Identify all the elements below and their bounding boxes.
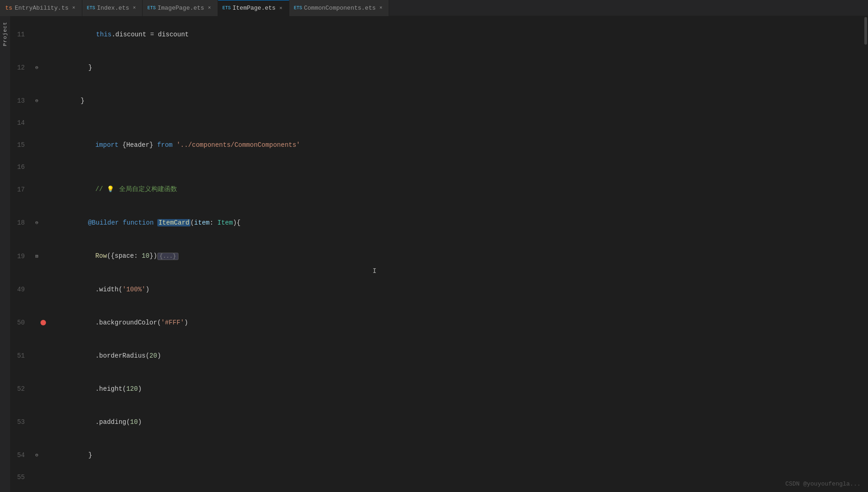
code-content: } [48, 51, 868, 84]
code-line-53: 53 .padding(10) [10, 405, 868, 439]
line-number: 53 [10, 417, 33, 428]
tab-commoncomponents[interactable]: ETS CommonComponents.ets × [289, 0, 390, 16]
text-cursor: I [373, 267, 376, 275]
code-content: this.discount = discount [48, 18, 868, 51]
code-line-11: 11 this.discount = discount [10, 18, 868, 51]
code-content: // 💡 全局自定义构建函数 [48, 173, 868, 206]
code-line-12: 12 ⊖ } [10, 51, 868, 84]
breakpoint-area [40, 452, 46, 458]
breakpoint-area [40, 419, 46, 425]
breakpoint-area [40, 142, 46, 148]
code-line-16: 16 [10, 162, 868, 173]
line-number: 18 [10, 217, 33, 228]
tab-entryability[interactable]: ts EntryAbility.ts × [0, 0, 82, 16]
line-number: 17 [10, 184, 33, 195]
fold-indicator [33, 472, 40, 483]
line-number: 12 [10, 62, 33, 73]
watermark: CSDN @youyoufengla... [785, 480, 861, 487]
ets-icon: ETS [88, 5, 94, 11]
breakpoint-area [40, 98, 46, 104]
breakpoint-area [40, 287, 46, 292]
code-content: @Builder function ItemCard(item: Item){ [48, 206, 868, 239]
fold-indicator[interactable]: ⊖ [33, 95, 40, 106]
line-number: 50 [10, 317, 33, 328]
tab-label: CommonComponents.ets [304, 5, 376, 12]
code-line-18: 18 ⊖ @Builder function ItemCard(item: It… [10, 206, 868, 239]
line-number: 15 [10, 139, 33, 150]
tab-label: Index.ets [97, 5, 129, 12]
breakpoint-dot [40, 320, 46, 325]
code-editor[interactable]: 11 this.discount = discount 12 ⊖ } 13 ⊖ … [10, 16, 868, 492]
fold-indicator[interactable]: ⊖ [33, 450, 40, 461]
tab-imagepage[interactable]: ETS ImagePage.ets × [143, 0, 218, 16]
code-line-51: 51 .borderRadius(20) [10, 339, 868, 372]
ts-icon: ts [6, 5, 12, 11]
code-content: .padding(10) [48, 405, 868, 439]
code-content: .height(120) [48, 372, 868, 405]
tab-label: EntryAbility.ts [15, 5, 69, 12]
ets-icon: ETS [148, 5, 155, 11]
code-content: Row({space: 10}){...} [48, 239, 868, 273]
line-number: 16 [10, 162, 33, 173]
tab-label: ItemPage.ets [233, 5, 276, 12]
line-number: 55 [10, 472, 33, 483]
fold-indicator [33, 417, 40, 428]
code-content: } [48, 439, 868, 472]
close-icon[interactable]: × [132, 5, 137, 11]
tab-itempage[interactable]: ETS ItemPage.ets × [218, 0, 289, 16]
tab-label: ImagePage.ets [157, 5, 204, 12]
code-line-17: 17 // 💡 全局自定义构建函数 [10, 173, 868, 206]
code-line-19: 19 ⊞ Row({space: 10}){...} [10, 239, 868, 273]
fold-indicator [33, 162, 40, 173]
line-number: 49 [10, 284, 33, 295]
ets-icon: ETS [224, 5, 230, 12]
breakpoint-area [40, 475, 46, 480]
fold-indicator[interactable]: ⊖ [33, 62, 40, 73]
code-line-15: 15 import {Header} from '../components/C… [10, 128, 868, 162]
code-line-50: 50 .backgroundColor('#FFF') [10, 306, 868, 339]
code-line-54: 54 ⊖ } [10, 439, 868, 472]
breakpoint-area [40, 32, 46, 37]
fold-indicator [33, 184, 40, 195]
code-content: .backgroundColor('#FFF') [48, 306, 868, 339]
fold-indicator[interactable]: ⊖ [33, 217, 40, 228]
line-number: 13 [10, 95, 33, 106]
code-content: } [48, 84, 868, 117]
code-line-55: 55 [10, 472, 868, 483]
fold-indicator [33, 139, 40, 150]
code-line-14: 14 [10, 117, 868, 128]
line-number: 52 [10, 383, 33, 394]
close-icon[interactable]: × [379, 5, 384, 11]
fold-indicator [33, 284, 40, 295]
breakpoint-area [40, 120, 46, 126]
code-content: .borderRadius(20) [48, 339, 868, 372]
fold-indicator [33, 350, 40, 361]
breakpoint-area [40, 187, 46, 192]
ets-icon: ETS [295, 5, 301, 11]
close-icon[interactable]: × [71, 5, 76, 11]
line-number: 11 [10, 29, 33, 40]
breakpoint-area [40, 65, 46, 70]
folded-block[interactable]: {...} [157, 253, 178, 260]
code-line-49: 49 .width('100%') [10, 273, 868, 306]
scrollbar-track[interactable] [863, 16, 868, 492]
scrollbar-thumb[interactable] [864, 17, 867, 45]
fold-indicator [33, 117, 40, 128]
close-icon[interactable]: × [278, 5, 283, 12]
fold-indicator[interactable]: ⊞ [33, 251, 40, 262]
code-lines: 11 this.discount = discount 12 ⊖ } 13 ⊖ … [10, 16, 868, 483]
fold-indicator[interactable] [33, 29, 40, 40]
code-line-13: 13 ⊖ } [10, 84, 868, 117]
project-label: Project [2, 22, 8, 46]
breakpoint-area [40, 353, 46, 359]
tab-bar: ts EntryAbility.ts × ETS Index.ets × ETS… [0, 0, 868, 16]
code-line-52: 52 .height(120) [10, 372, 868, 405]
close-icon[interactable]: × [207, 5, 212, 11]
line-number: 14 [10, 117, 33, 128]
fold-indicator [33, 383, 40, 394]
sidebar-gutter: Project [0, 16, 10, 492]
tab-index[interactable]: ETS Index.ets × [82, 0, 143, 16]
breakpoint-area [40, 254, 46, 259]
breakpoint-area [40, 386, 46, 392]
line-number: 54 [10, 450, 33, 461]
